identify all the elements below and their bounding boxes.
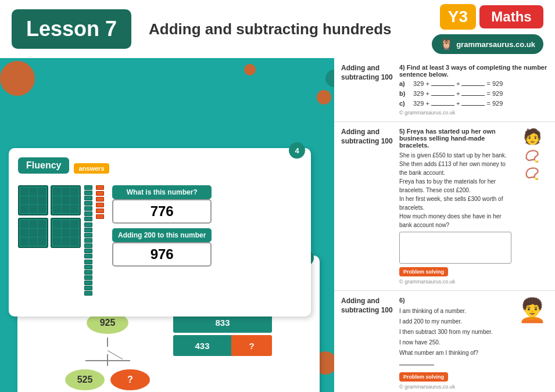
bar-row-bottom: 433 ? bbox=[173, 335, 272, 356]
main-content: 5 Pictorial Complete the part-whole and … bbox=[0, 58, 555, 392]
ws-content-1: 4) Find at least 3 ways of completing th… bbox=[399, 64, 548, 116]
unit-5 bbox=[96, 208, 104, 213]
fluency-label: Fluency bbox=[18, 157, 69, 174]
ws-section-title-3: Adding andsubtracting 100 bbox=[341, 297, 393, 315]
unit-2 bbox=[96, 191, 104, 196]
ws-section-title-1: Adding andsubtracting 100 bbox=[341, 64, 393, 82]
ws-section-2: Adding andsubtracting 100 5) Freya has s… bbox=[334, 122, 555, 291]
maths-badge: Maths bbox=[479, 5, 543, 28]
part-whole-model: 925 bbox=[65, 312, 150, 390]
unit-4 bbox=[96, 203, 104, 207]
ws-eq-a: 329 + + = 929 bbox=[413, 80, 503, 87]
ws-eq-row-a: a) 329 + + = 929 bbox=[399, 80, 548, 87]
ws-eq-label-a: a) bbox=[399, 80, 410, 87]
ws-footer-3: © grammarsaurus.co.uk bbox=[399, 384, 511, 390]
header: Lesson 7 Adding and subtracting hundreds… bbox=[0, 0, 555, 58]
fluency-slide-number: 4 bbox=[289, 142, 305, 159]
question-box: What is this number? 776 bbox=[112, 185, 212, 224]
ws-figure-area-2: 5) Freya has started up her own business… bbox=[399, 128, 548, 285]
ws-story-text: She is given £550 to start up by her ban… bbox=[399, 151, 511, 229]
bracelet-icon-1: 📿 bbox=[525, 149, 539, 163]
person-icon-3: 🧑‍🦱 bbox=[518, 297, 547, 324]
adding-label: Adding 200 to this number bbox=[112, 228, 212, 242]
ws-label-2: Adding andsubtracting 100 bbox=[341, 128, 393, 285]
ws-section-1: Adding andsubtracting 100 4) Find at lea… bbox=[334, 58, 555, 122]
ws-eq-row-c: c) 329 + + = 929 bbox=[399, 100, 548, 107]
blocks-area bbox=[18, 185, 104, 296]
left-panel: 5 Pictorial Complete the part-whole and … bbox=[0, 58, 334, 392]
adding-box: Adding 200 to this number 976 bbox=[112, 228, 212, 267]
hundreds-blocks bbox=[18, 185, 81, 248]
lesson-label: Lesson 7 bbox=[26, 17, 117, 41]
ws-thinking-text: I am thinking of a number. I add 200 to … bbox=[399, 306, 511, 369]
problem-solving-badge-2: Problem solving bbox=[399, 267, 448, 276]
block-2 bbox=[51, 185, 81, 215]
bar-model: 833 433 ? bbox=[173, 312, 272, 356]
ws-figure-col-2: 🧑 📿 📿 bbox=[516, 128, 548, 181]
ws-figure-area-3: 6) I am thinking of a number. I add 200 … bbox=[399, 297, 548, 390]
person-icon-2: 🧑 bbox=[523, 128, 542, 146]
oval-bottom-right: ? bbox=[110, 369, 150, 390]
ws-question-num-2: 5) Freya has started up her own business… bbox=[399, 128, 511, 149]
website-text: grammarsaurus.co.uk bbox=[456, 40, 535, 49]
problem-solving-badge-3: Problem solving bbox=[399, 372, 448, 382]
ws-footer-2: © grammarsaurus.co.uk bbox=[399, 279, 511, 285]
ws-eq-label-b: b) bbox=[399, 90, 410, 97]
result-value: 976 bbox=[112, 242, 212, 267]
bar-left: 433 bbox=[173, 335, 231, 356]
unit-6 bbox=[96, 214, 104, 219]
ws-eq-c: 329 + + = 929 bbox=[413, 100, 503, 107]
header-right: Y3 Maths 🦉 grammarsaurus.co.uk bbox=[432, 4, 543, 54]
right-panel: Adding andsubtracting 100 4) Find at lea… bbox=[334, 58, 555, 392]
fluency-content: What is this number? 776 Adding 200 to t… bbox=[18, 185, 302, 296]
units-cubes bbox=[96, 185, 104, 219]
ws-main-content-3: 6) I am thinking of a number. I add 200 … bbox=[399, 297, 511, 390]
ws-label-3: Adding andsubtracting 100 bbox=[341, 297, 393, 390]
unit-1 bbox=[96, 185, 104, 190]
ws-footer-1: © grammarsaurus.co.uk bbox=[399, 110, 548, 116]
rod-1 bbox=[84, 185, 92, 221]
block-3 bbox=[18, 218, 48, 248]
block-1 bbox=[18, 185, 48, 215]
ws-content-2: 5) Freya has started up her own business… bbox=[399, 128, 548, 285]
owl-icon: 🦉 bbox=[440, 38, 453, 51]
part-whole-area: 925 bbox=[65, 312, 272, 390]
number-value: 776 bbox=[112, 199, 212, 224]
header-title: Adding and subtracting hundreds bbox=[149, 20, 432, 38]
year-maths-row: Y3 Maths bbox=[440, 4, 543, 30]
ws-main-content-2: 5) Freya has started up her own business… bbox=[399, 128, 511, 285]
ws-eq-label-c: c) bbox=[399, 100, 410, 107]
ws-question-num-1: 4) Find at least 3 ways of completing th… bbox=[399, 64, 548, 78]
ovals-bottom: 525 ? bbox=[65, 369, 150, 390]
number-boxes: What is this number? 776 Adding 200 to t… bbox=[112, 185, 212, 267]
ws-content-3: 6) I am thinking of a number. I add 200 … bbox=[399, 297, 548, 390]
bracelet-icon-2: 📿 bbox=[525, 167, 539, 181]
website-badge: 🦉 grammarsaurus.co.uk bbox=[432, 34, 543, 54]
block-4 bbox=[51, 218, 81, 248]
tens-rods bbox=[84, 185, 92, 296]
ws-label-1: Adding andsubtracting 100 bbox=[341, 64, 393, 116]
fluency-slide: 4 Fluency answers bbox=[9, 148, 311, 317]
answers-badge: answers bbox=[74, 163, 109, 174]
ws-answer-box-2 bbox=[399, 232, 511, 264]
ws-eq-b: 329 + + = 929 bbox=[413, 90, 503, 97]
ws-section-3: Adding andsubtracting 100 6) I am thinki… bbox=[334, 291, 555, 392]
ws-section-title-2: Adding andsubtracting 100 bbox=[341, 128, 393, 146]
bar-right: ? bbox=[231, 335, 272, 356]
question-label: What is this number? bbox=[112, 185, 212, 199]
rod-3 bbox=[84, 260, 92, 296]
ws-figure-col-3: 🧑‍🦱 bbox=[516, 297, 548, 324]
rod-2 bbox=[84, 222, 92, 258]
year-badge: Y3 bbox=[440, 4, 476, 30]
ws-eq-row-b: b) 329 + + = 929 bbox=[399, 90, 548, 97]
oval-bottom-left: 525 bbox=[65, 369, 105, 390]
ws-question-num-3: 6) bbox=[399, 297, 511, 304]
lesson-badge: Lesson 7 bbox=[12, 9, 131, 49]
unit-3 bbox=[96, 197, 104, 202]
